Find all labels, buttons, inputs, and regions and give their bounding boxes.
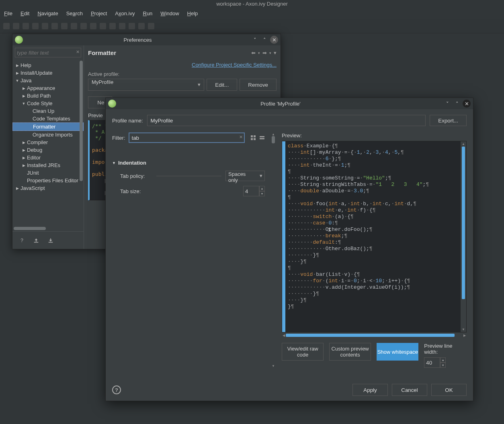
tree-item-cleanup[interactable]: Clean Up [12, 107, 84, 115]
help-icon[interactable]: ？ [18, 237, 25, 244]
menu-axonivy[interactable]: Axon.ivy [115, 10, 135, 16]
nav-menu-icon[interactable]: ▾ [274, 50, 277, 56]
tree-item-formatter[interactable]: Formatter [12, 122, 84, 131]
toolbar-icon[interactable] [148, 23, 154, 29]
tree-item-propfiles[interactable]: Properties Files Editor [12, 177, 84, 184]
tree-scrollbar-h[interactable] [12, 226, 78, 231]
ok-button[interactable]: OK [431, 384, 467, 396]
custom-preview-button[interactable]: Custom preview contents [329, 343, 371, 361]
remove-button[interactable]: Remove [240, 79, 277, 91]
profile-name-label: Profile name: [112, 118, 143, 124]
cancel-button[interactable]: Cancel [392, 384, 427, 396]
tree-item-install[interactable]: ▶Install/Update [12, 69, 84, 77]
preferences-tree[interactable]: ▶Help ▶Install/Update ▼Java ▶Appearance … [12, 60, 84, 231]
spin-down-icon[interactable]: ▼ [259, 191, 265, 196]
tree-item-java[interactable]: ▼Java [12, 77, 84, 84]
tree-item-organize[interactable]: Organize Imports [12, 131, 84, 139]
tree-item-debug[interactable]: ▶Debug [12, 146, 84, 154]
nav-back-icon[interactable]: ⬅ [251, 50, 256, 56]
clear-filter-icon[interactable]: ✕ [76, 49, 80, 55]
spin-up-icon[interactable]: ▲ [440, 357, 446, 363]
export-icon[interactable] [47, 237, 54, 244]
collapse-all-icon[interactable] [259, 135, 265, 141]
menu-window[interactable]: Window [160, 10, 179, 16]
menu-search[interactable]: Search [66, 10, 83, 16]
raw-code-button[interactable]: View/edit raw code [282, 343, 324, 361]
code-scrollbar-h[interactable]: ◀▶ [282, 332, 467, 338]
toolbar-icon[interactable] [3, 23, 10, 29]
settings-scrollbar[interactable]: ▲▼ [270, 132, 276, 368]
expand-all-icon[interactable] [250, 135, 256, 141]
tab-size-label: Tab size: [120, 188, 152, 194]
tree-item-help[interactable]: ▶Help [12, 61, 84, 69]
toolbar-icon[interactable] [109, 23, 116, 29]
minimize-button[interactable]: ˅ [443, 100, 451, 108]
menu-project[interactable]: Project [91, 10, 107, 16]
tree-item-appearance[interactable]: ▶Appearance [12, 84, 84, 92]
toolbar-icon[interactable] [100, 23, 106, 29]
import-icon[interactable] [33, 237, 40, 244]
active-profile-label: Active profile: [88, 71, 277, 77]
tab-policy-select[interactable]: Spaces only [225, 171, 265, 181]
spin-up-icon[interactable]: ▲ [259, 186, 265, 191]
section-indentation[interactable]: ▼Indentation [112, 160, 265, 166]
tab-size-input[interactable] [243, 186, 259, 196]
show-whitespace-button[interactable]: Show whitespace [377, 343, 418, 361]
cursor-icon: ⌶ [328, 227, 331, 233]
tree-item-buildpath[interactable]: ▶Build Path [12, 92, 84, 100]
help-icon[interactable]: ? [112, 385, 121, 394]
apply-button[interactable]: Apply [352, 384, 388, 396]
toolbar-icon[interactable] [23, 23, 29, 29]
tree-item-compiler[interactable]: ▶Compiler [12, 139, 84, 146]
tree-item-editor[interactable]: ▶Editor [12, 154, 84, 161]
preferences-sidebar: ✕ ▶Help ▶Install/Update ▼Java ▶Appearanc… [12, 45, 84, 249]
tree-item-jres[interactable]: ▶Installed JREs [12, 161, 84, 169]
toolbar-icon[interactable] [90, 23, 96, 29]
toolbar-icon[interactable] [119, 23, 125, 29]
edit-button[interactable]: Edit... [207, 79, 237, 91]
close-button[interactable]: ✕ [463, 100, 471, 108]
menu-navigate[interactable]: Navigate [37, 10, 58, 16]
preferences-titlebar[interactable]: Preferences ˅ ˄ ✕ [12, 34, 281, 45]
clear-filter-icon[interactable]: ✕ [239, 135, 243, 140]
preview-width-label: Preview line width: [424, 343, 467, 355]
profile-name-input[interactable] [147, 115, 426, 126]
toolbar-icon[interactable] [129, 23, 135, 29]
project-settings-link[interactable]: Configure Project Specific Settings... [192, 62, 277, 68]
code-scrollbar-v[interactable]: ▲▼ [461, 141, 466, 332]
maximize-button[interactable]: ˄ [453, 100, 461, 108]
app-icon [108, 100, 116, 108]
preview-width-input[interactable] [424, 357, 440, 368]
spin-down-icon[interactable]: ▼ [440, 363, 446, 368]
tree-item-junit[interactable]: JUnit [12, 169, 84, 177]
caret-down-icon: ▼ [112, 161, 116, 165]
close-button[interactable]: ✕ [270, 36, 278, 44]
toolbar-icon[interactable] [80, 23, 87, 29]
profile-titlebar[interactable]: Profile 'MyProfile' ˅ ˄ ✕ [106, 98, 473, 109]
tree-scrollbar-v[interactable] [79, 60, 84, 226]
maximize-button[interactable]: ˄ [260, 36, 268, 44]
toolbar-icon[interactable] [13, 23, 19, 29]
tree-item-javascript[interactable]: ▶JavaScript [12, 184, 84, 192]
filter-input[interactable] [129, 132, 245, 143]
menu-help[interactable]: Help [187, 10, 198, 16]
active-profile-select[interactable]: MyProfile [88, 79, 204, 91]
filter-text-input[interactable] [15, 48, 81, 57]
toolbar-icon[interactable] [71, 23, 77, 29]
svg-rect-1 [254, 135, 256, 137]
menu-run[interactable]: Run [143, 10, 153, 16]
preview-label: Preview: [282, 132, 467, 139]
menu-file[interactable]: File [4, 10, 12, 16]
tree-item-codetemplates[interactable]: Code Templates [12, 115, 84, 122]
toolbar-icon[interactable] [42, 23, 48, 29]
menu-edit[interactable]: Edit [20, 10, 29, 16]
export-button[interactable]: Export... [430, 115, 467, 126]
toolbar-icon[interactable] [51, 23, 58, 29]
code-gutter [282, 141, 285, 332]
toolbar-icon[interactable] [61, 23, 68, 29]
toolbar-icon[interactable] [32, 23, 39, 29]
minimize-button[interactable]: ˅ [251, 36, 259, 44]
tree-item-codestyle[interactable]: ▼Code Style [12, 100, 84, 107]
toolbar-icon[interactable] [138, 23, 145, 29]
nav-forward-icon[interactable]: ➡ [262, 50, 267, 56]
